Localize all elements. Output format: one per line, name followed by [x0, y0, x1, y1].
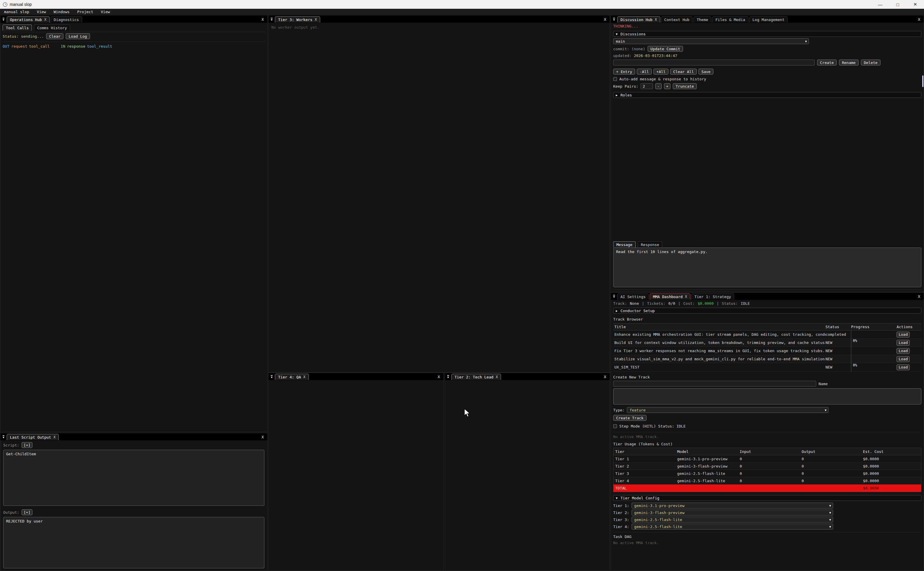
maximize-button[interactable]: □: [889, 0, 907, 9]
tab-ai-settings[interactable]: AI Settings: [617, 293, 649, 299]
create-track-button[interactable]: Create Track: [613, 415, 647, 421]
panel-menu-icon[interactable]: ▼: [611, 293, 617, 299]
tab-message[interactable]: Message: [613, 241, 636, 247]
conductor-setup-header[interactable]: ▶ Conductor Setup: [613, 308, 921, 313]
load-button[interactable]: Load: [896, 332, 910, 338]
auto-add-checkbox[interactable]: [613, 77, 617, 81]
menu-view-2[interactable]: View: [101, 10, 110, 14]
discussion-hub-panel: ▼ Discussion Hub X Context Hub Theme Fil…: [611, 15, 924, 292]
load-button[interactable]: Load: [896, 364, 910, 370]
update-commit-button[interactable]: Update Commit: [648, 46, 683, 52]
tier-model-config-header[interactable]: ▼ Tier Model Config: [613, 495, 921, 501]
tab-operations-hub[interactable]: Operations Hub X: [7, 16, 50, 23]
step-mode-checkbox[interactable]: [613, 424, 617, 428]
mma-dashboard-panel: ▼ AI Settings MMA Dashboard X Tier 1: St…: [611, 292, 924, 571]
track-description-textarea[interactable]: [613, 388, 921, 404]
expand-all-button[interactable]: +All: [653, 69, 668, 74]
keep-pairs-input[interactable]: 2: [641, 83, 653, 89]
clear-button[interactable]: Clear: [46, 33, 63, 39]
script-expand-button[interactable]: [+]: [22, 442, 32, 448]
expand-icon: ▶: [616, 94, 618, 97]
close-tab-icon[interactable]: X: [685, 295, 687, 299]
track-type-select[interactable]: feature ▼: [627, 407, 829, 413]
menu-manual-slop[interactable]: manual slop: [4, 10, 29, 14]
panel-menu-icon[interactable]: ▼: [268, 16, 275, 23]
panel-close-icon[interactable]: X: [437, 375, 444, 380]
panel-menu-icon[interactable]: ▼: [268, 373, 275, 380]
panel-menu-icon[interactable]: ▼: [445, 373, 451, 380]
mouse-cursor: [464, 409, 470, 417]
tab-discussion-hub[interactable]: Discussion Hub X: [617, 16, 660, 23]
tab-response[interactable]: Response: [638, 241, 662, 247]
load-button[interactable]: Load: [896, 348, 910, 354]
load-log-button[interactable]: Load Log: [66, 33, 90, 39]
tab-last-script-output[interactable]: Last Script Output X: [7, 434, 59, 440]
tier-model-select-2[interactable]: gemini-3-flash-preview▼: [631, 510, 833, 515]
discussion-select[interactable]: main ▼: [613, 38, 809, 44]
tab-theme[interactable]: Theme: [693, 16, 711, 23]
minimize-button[interactable]: —: [872, 0, 889, 9]
panel-close-icon[interactable]: X: [262, 17, 267, 23]
truncate-button[interactable]: Truncate: [673, 83, 697, 89]
close-button[interactable]: ✕: [907, 0, 924, 9]
name-label: Name: [819, 382, 828, 386]
menu-view[interactable]: View: [37, 10, 46, 14]
message-textarea[interactable]: Read the first 10 lines of aggregate.py.: [613, 247, 921, 287]
menu-project[interactable]: Project: [77, 10, 93, 14]
create-button[interactable]: Create: [817, 60, 837, 65]
tab-comms-history[interactable]: Comms History: [34, 25, 70, 31]
tier2-tech-lead-panel: ▼ Tier 2: Tech Lead X X: [445, 373, 610, 571]
script-textarea[interactable]: Get-ChildItem: [3, 450, 264, 506]
scrollbar-thumb[interactable]: [922, 76, 923, 87]
close-tab-icon[interactable]: X: [655, 17, 657, 22]
discussions-section-header[interactable]: ▼ Discussions: [613, 31, 921, 37]
tab-tool-calls[interactable]: Tool Calls: [3, 25, 32, 31]
tab-diagnostics[interactable]: Diagnostics: [51, 16, 82, 23]
close-tab-icon[interactable]: X: [315, 17, 317, 22]
legend-request: request: [11, 44, 27, 48]
close-tab-icon[interactable]: X: [303, 375, 305, 379]
output-expand-button[interactable]: [+]: [22, 509, 32, 515]
panel-close-icon[interactable]: X: [604, 375, 610, 380]
tier-model-select-1[interactable]: gemini-3.1-pro-preview▼: [631, 503, 833, 508]
tab-tier1-strategy[interactable]: Tier 1: Strategy: [691, 293, 734, 299]
track-row: Enhance existing MMA orchestration GUI: …: [613, 330, 921, 339]
panel-menu-icon[interactable]: ▼: [0, 16, 7, 23]
tab-tier4-qa[interactable]: Tier 4: QA X: [275, 374, 309, 380]
panel-menu-icon[interactable]: ▼: [611, 16, 617, 23]
panel-close-icon[interactable]: X: [918, 17, 924, 23]
panel-menu-icon[interactable]: ▼: [0, 434, 7, 440]
close-tab-icon[interactable]: X: [54, 435, 55, 439]
roles-section-header[interactable]: ▶ Roles: [613, 92, 921, 98]
discussion-name-input[interactable]: [613, 60, 815, 65]
keep-pairs-label: Keep Pairs:: [613, 84, 638, 88]
tier-model-select-3[interactable]: gemini-2.5-flash-lite▼: [631, 517, 833, 523]
menu-windows[interactable]: Windows: [54, 10, 69, 14]
close-tab-icon[interactable]: X: [496, 375, 498, 379]
clear-all-button[interactable]: Clear All: [670, 69, 696, 74]
track-name-input[interactable]: [613, 381, 816, 387]
panel-close-icon[interactable]: X: [262, 435, 267, 440]
add-entry-button[interactable]: + Entry: [613, 69, 635, 74]
tab-files-media[interactable]: Files & Media: [712, 16, 748, 23]
panel-close-icon[interactable]: X: [604, 17, 610, 23]
decrement-button[interactable]: -: [655, 83, 662, 89]
rename-button[interactable]: Rename: [839, 60, 859, 65]
tab-tier2-tech-lead[interactable]: Tier 2: Tech Lead X: [451, 374, 501, 380]
collapse-all-button[interactable]: -All: [637, 69, 652, 74]
tab-context-hub[interactable]: Context Hub: [661, 16, 693, 23]
tab-tier3-workers[interactable]: Tier 3: Workers X: [275, 16, 320, 23]
tier-model-select-4[interactable]: gemini-2.5-flash-lite▼: [631, 524, 833, 529]
load-button[interactable]: Load: [896, 340, 910, 346]
tab-mma-dashboard[interactable]: MMA Dashboard X: [650, 293, 690, 299]
panel-close-icon[interactable]: X: [918, 294, 924, 299]
updated-label: updated:: [613, 54, 631, 58]
output-textarea[interactable]: REJECTED by user: [3, 517, 264, 568]
chevron-down-icon: ▼: [828, 510, 833, 515]
tab-log-management[interactable]: Log Management: [749, 16, 788, 23]
load-button[interactable]: Load: [896, 356, 910, 362]
increment-button[interactable]: +: [664, 83, 670, 89]
save-button[interactable]: Save: [699, 69, 713, 74]
delete-button[interactable]: Delete: [861, 60, 881, 65]
close-tab-icon[interactable]: X: [45, 17, 46, 22]
